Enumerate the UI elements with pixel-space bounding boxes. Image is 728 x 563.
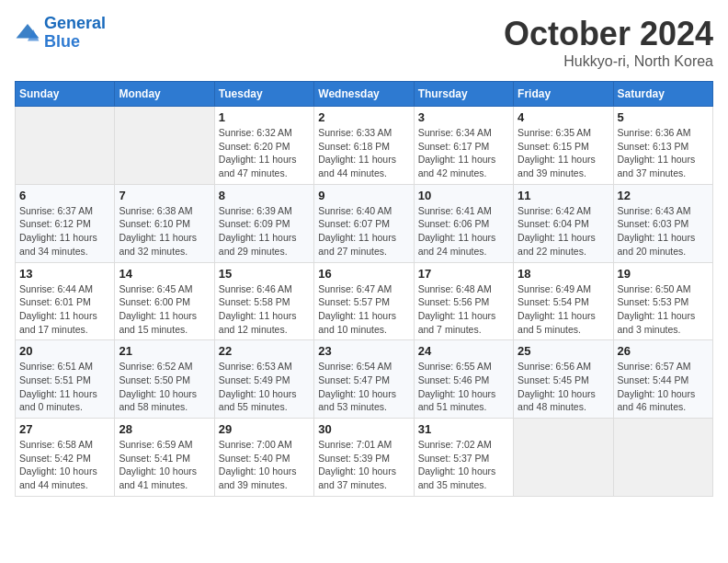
day-number: 19 (618, 267, 709, 281)
day-cell: 14Sunrise: 6:45 AM Sunset: 6:00 PM Dayli… (115, 262, 214, 340)
day-info: Sunrise: 6:42 AM Sunset: 6:04 PM Dayligh… (518, 204, 609, 259)
day-cell: 13Sunrise: 6:44 AM Sunset: 6:01 PM Dayli… (16, 262, 115, 340)
day-cell: 30Sunrise: 7:01 AM Sunset: 5:39 PM Dayli… (314, 419, 414, 497)
day-cell: 21Sunrise: 6:52 AM Sunset: 5:50 PM Dayli… (115, 340, 214, 419)
day-number: 5 (618, 110, 709, 124)
header-day-sunday: Sunday (16, 82, 115, 107)
day-cell: 6Sunrise: 6:37 AM Sunset: 6:12 PM Daylig… (16, 184, 115, 262)
day-number: 30 (318, 422, 409, 436)
header-day-saturday: Saturday (613, 82, 712, 107)
day-cell (115, 107, 214, 185)
day-cell: 19Sunrise: 6:50 AM Sunset: 5:53 PM Dayli… (613, 262, 712, 340)
day-info: Sunrise: 6:39 AM Sunset: 6:09 PM Dayligh… (219, 204, 310, 259)
day-cell: 31Sunrise: 7:02 AM Sunset: 5:37 PM Dayli… (414, 419, 513, 497)
day-cell: 11Sunrise: 6:42 AM Sunset: 6:04 PM Dayli… (514, 184, 613, 262)
day-cell: 4Sunrise: 6:35 AM Sunset: 6:15 PM Daylig… (514, 107, 613, 185)
header-day-wednesday: Wednesday (314, 82, 414, 107)
week-row-1: 1Sunrise: 6:32 AM Sunset: 6:20 PM Daylig… (16, 107, 713, 185)
day-cell: 3Sunrise: 6:34 AM Sunset: 6:17 PM Daylig… (414, 107, 513, 185)
title-area: October 2024 Hukkyo-ri, North Korea (504, 15, 713, 70)
day-info: Sunrise: 6:35 AM Sunset: 6:15 PM Dayligh… (518, 126, 609, 180)
header-row: SundayMondayTuesdayWednesdayThursdayFrid… (16, 82, 713, 107)
day-info: Sunrise: 6:32 AM Sunset: 6:20 PM Dayligh… (219, 126, 310, 180)
day-cell: 15Sunrise: 6:46 AM Sunset: 5:58 PM Dayli… (214, 262, 313, 340)
day-info: Sunrise: 6:57 AM Sunset: 5:44 PM Dayligh… (618, 360, 709, 414)
day-cell: 5Sunrise: 6:36 AM Sunset: 6:13 PM Daylig… (613, 107, 712, 185)
day-info: Sunrise: 6:41 AM Sunset: 6:06 PM Dayligh… (418, 204, 509, 259)
logo: General Blue (15, 15, 106, 52)
day-number: 27 (19, 422, 110, 436)
day-number: 16 (318, 267, 409, 281)
day-number: 25 (518, 344, 609, 358)
day-info: Sunrise: 6:36 AM Sunset: 6:13 PM Dayligh… (618, 126, 709, 180)
calendar-header: SundayMondayTuesdayWednesdayThursdayFrid… (16, 82, 713, 107)
day-info: Sunrise: 6:45 AM Sunset: 6:00 PM Dayligh… (119, 282, 210, 337)
day-info: Sunrise: 6:59 AM Sunset: 5:41 PM Dayligh… (119, 438, 210, 492)
day-info: Sunrise: 6:58 AM Sunset: 5:42 PM Dayligh… (19, 438, 110, 492)
day-number: 1 (219, 110, 310, 124)
day-number: 31 (418, 422, 509, 436)
day-number: 20 (19, 344, 110, 358)
calendar-body: 1Sunrise: 6:32 AM Sunset: 6:20 PM Daylig… (16, 107, 713, 497)
day-cell: 22Sunrise: 6:53 AM Sunset: 5:49 PM Dayli… (214, 340, 313, 419)
day-number: 8 (219, 189, 310, 202)
day-info: Sunrise: 6:54 AM Sunset: 5:47 PM Dayligh… (318, 360, 409, 414)
day-cell: 10Sunrise: 6:41 AM Sunset: 6:06 PM Dayli… (414, 184, 513, 262)
day-number: 22 (219, 344, 310, 358)
day-info: Sunrise: 6:34 AM Sunset: 6:17 PM Dayligh… (418, 126, 509, 180)
day-info: Sunrise: 6:47 AM Sunset: 5:57 PM Dayligh… (318, 282, 409, 337)
day-info: Sunrise: 6:49 AM Sunset: 5:54 PM Dayligh… (518, 282, 609, 337)
day-cell: 1Sunrise: 6:32 AM Sunset: 6:20 PM Daylig… (214, 107, 313, 185)
day-number: 3 (418, 110, 509, 124)
day-info: Sunrise: 7:00 AM Sunset: 5:40 PM Dayligh… (219, 438, 310, 492)
day-cell: 9Sunrise: 6:40 AM Sunset: 6:07 PM Daylig… (314, 184, 414, 262)
day-cell (16, 107, 115, 185)
day-number: 11 (518, 189, 609, 202)
day-info: Sunrise: 6:50 AM Sunset: 5:53 PM Dayligh… (618, 282, 709, 337)
day-info: Sunrise: 6:38 AM Sunset: 6:10 PM Dayligh… (119, 204, 210, 259)
header-day-thursday: Thursday (414, 82, 513, 107)
day-number: 10 (418, 189, 509, 202)
day-number: 7 (119, 189, 210, 202)
day-cell: 12Sunrise: 6:43 AM Sunset: 6:03 PM Dayli… (613, 184, 712, 262)
day-number: 28 (119, 422, 210, 436)
day-info: Sunrise: 6:51 AM Sunset: 5:51 PM Dayligh… (19, 360, 110, 414)
day-cell: 29Sunrise: 7:00 AM Sunset: 5:40 PM Dayli… (214, 419, 313, 497)
day-cell (514, 419, 613, 497)
day-cell: 2Sunrise: 6:33 AM Sunset: 6:18 PM Daylig… (314, 107, 414, 185)
day-cell: 26Sunrise: 6:57 AM Sunset: 5:44 PM Dayli… (613, 340, 712, 419)
day-number: 6 (19, 189, 110, 202)
day-number: 13 (19, 267, 110, 281)
day-cell: 8Sunrise: 6:39 AM Sunset: 6:09 PM Daylig… (214, 184, 313, 262)
day-number: 2 (318, 110, 409, 124)
day-info: Sunrise: 6:37 AM Sunset: 6:12 PM Dayligh… (19, 204, 110, 259)
day-cell: 23Sunrise: 6:54 AM Sunset: 5:47 PM Dayli… (314, 340, 414, 419)
day-info: Sunrise: 6:40 AM Sunset: 6:07 PM Dayligh… (318, 204, 409, 259)
day-number: 15 (219, 267, 310, 281)
day-info: Sunrise: 6:43 AM Sunset: 6:03 PM Dayligh… (618, 204, 709, 259)
logo-text: General Blue (44, 15, 106, 52)
day-number: 23 (318, 344, 409, 358)
day-info: Sunrise: 7:02 AM Sunset: 5:37 PM Dayligh… (418, 438, 509, 492)
day-cell: 20Sunrise: 6:51 AM Sunset: 5:51 PM Dayli… (16, 340, 115, 419)
day-info: Sunrise: 7:01 AM Sunset: 5:39 PM Dayligh… (318, 438, 409, 492)
week-row-5: 27Sunrise: 6:58 AM Sunset: 5:42 PM Dayli… (16, 419, 713, 497)
day-number: 14 (119, 267, 210, 281)
day-cell: 25Sunrise: 6:56 AM Sunset: 5:45 PM Dayli… (514, 340, 613, 419)
week-row-4: 20Sunrise: 6:51 AM Sunset: 5:51 PM Dayli… (16, 340, 713, 419)
header-day-tuesday: Tuesday (214, 82, 313, 107)
location: Hukkyo-ri, North Korea (504, 53, 713, 70)
day-number: 26 (618, 344, 709, 358)
day-info: Sunrise: 6:53 AM Sunset: 5:49 PM Dayligh… (219, 360, 310, 414)
day-cell: 27Sunrise: 6:58 AM Sunset: 5:42 PM Dayli… (16, 419, 115, 497)
day-info: Sunrise: 6:55 AM Sunset: 5:46 PM Dayligh… (418, 360, 509, 414)
day-cell: 16Sunrise: 6:47 AM Sunset: 5:57 PM Dayli… (314, 262, 414, 340)
day-number: 17 (418, 267, 509, 281)
day-info: Sunrise: 6:33 AM Sunset: 6:18 PM Dayligh… (318, 126, 409, 180)
day-info: Sunrise: 6:48 AM Sunset: 5:56 PM Dayligh… (418, 282, 509, 337)
logo-icon (15, 22, 40, 44)
week-row-3: 13Sunrise: 6:44 AM Sunset: 6:01 PM Dayli… (16, 262, 713, 340)
day-cell: 18Sunrise: 6:49 AM Sunset: 5:54 PM Dayli… (514, 262, 613, 340)
week-row-2: 6Sunrise: 6:37 AM Sunset: 6:12 PM Daylig… (16, 184, 713, 262)
day-cell: 17Sunrise: 6:48 AM Sunset: 5:56 PM Dayli… (414, 262, 513, 340)
